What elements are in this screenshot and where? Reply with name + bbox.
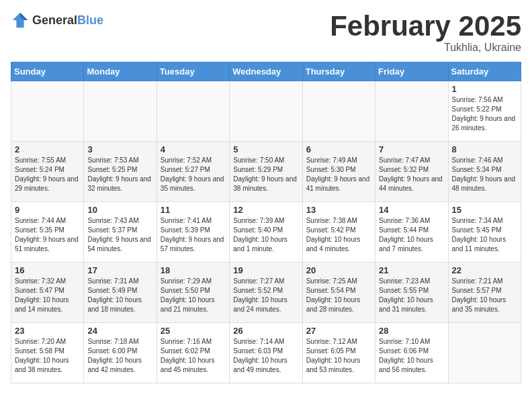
day-number: 12 [233, 205, 298, 215]
calendar-cell: 5 Sunrise: 7:50 AM Sunset: 5:29 PM Dayli… [230, 142, 302, 202]
day-number: 4 [161, 144, 226, 154]
day-number: 15 [452, 205, 517, 215]
calendar-cell [375, 81, 448, 142]
calendar-cell: 9 Sunrise: 7:44 AM Sunset: 5:35 PM Dayli… [11, 202, 84, 263]
day-number: 24 [87, 326, 152, 336]
day-number: 2 [15, 144, 80, 154]
calendar-cell: 2 Sunrise: 7:55 AM Sunset: 5:24 PM Dayli… [11, 142, 84, 202]
day-number: 6 [306, 144, 371, 154]
weekday-header-sunday: Sunday [11, 62, 84, 81]
calendar-cell: 1 Sunrise: 7:56 AM Sunset: 5:22 PM Dayli… [448, 81, 521, 142]
day-number: 18 [161, 265, 226, 275]
calendar-cell: 3 Sunrise: 7:53 AM Sunset: 5:25 PM Dayli… [84, 142, 157, 202]
location-subtitle: Tukhlia, Ukraine [330, 42, 521, 54]
weekday-header-monday: Monday [84, 62, 157, 81]
day-number: 3 [87, 144, 152, 154]
weekday-header-thursday: Thursday [302, 62, 375, 81]
day-number: 28 [379, 326, 444, 336]
calendar-header-row: SundayMondayTuesdayWednesdayThursdayFrid… [11, 62, 521, 81]
day-number: 8 [452, 144, 517, 154]
day-info: Sunrise: 7:20 AM Sunset: 5:58 PM Dayligh… [15, 337, 80, 375]
calendar-cell: 8 Sunrise: 7:46 AM Sunset: 5:34 PM Dayli… [448, 142, 521, 202]
day-info: Sunrise: 7:34 AM Sunset: 5:45 PM Dayligh… [452, 216, 517, 254]
day-info: Sunrise: 7:53 AM Sunset: 5:25 PM Dayligh… [87, 156, 152, 193]
calendar-cell [157, 81, 229, 142]
day-info: Sunrise: 7:16 AM Sunset: 6:02 PM Dayligh… [161, 337, 226, 375]
day-number: 22 [452, 265, 517, 275]
day-info: Sunrise: 7:25 AM Sunset: 5:54 PM Dayligh… [306, 277, 371, 314]
day-number: 10 [87, 205, 152, 215]
day-number: 9 [15, 205, 80, 215]
day-info: Sunrise: 7:50 AM Sunset: 5:29 PM Dayligh… [233, 156, 298, 193]
day-number: 14 [379, 205, 444, 215]
weekday-header-saturday: Saturday [448, 62, 521, 81]
title-block: February 2025 Tukhlia, Ukraine [330, 11, 521, 54]
calendar-cell: 14 Sunrise: 7:36 AM Sunset: 5:44 PM Dayl… [375, 202, 448, 263]
day-info: Sunrise: 7:12 AM Sunset: 6:05 PM Dayligh… [306, 337, 371, 375]
calendar-table: SundayMondayTuesdayWednesdayThursdayFrid… [11, 62, 521, 383]
calendar-cell: 27 Sunrise: 7:12 AM Sunset: 6:05 PM Dayl… [302, 323, 375, 383]
calendar-cell: 11 Sunrise: 7:41 AM Sunset: 5:39 PM Dayl… [157, 202, 229, 263]
day-info: Sunrise: 7:31 AM Sunset: 5:49 PM Dayligh… [87, 277, 152, 314]
calendar-cell: 24 Sunrise: 7:18 AM Sunset: 6:00 PM Dayl… [84, 323, 157, 383]
calendar-cell: 12 Sunrise: 7:39 AM Sunset: 5:40 PM Dayl… [230, 202, 302, 263]
day-info: Sunrise: 7:32 AM Sunset: 5:47 PM Dayligh… [15, 277, 80, 314]
calendar-cell: 19 Sunrise: 7:27 AM Sunset: 5:52 PM Dayl… [230, 263, 302, 323]
day-number: 26 [233, 326, 298, 336]
calendar-cell [302, 81, 375, 142]
day-info: Sunrise: 7:29 AM Sunset: 5:50 PM Dayligh… [161, 277, 226, 314]
day-info: Sunrise: 7:43 AM Sunset: 5:37 PM Dayligh… [87, 216, 152, 254]
logo: GeneralBlue [11, 11, 103, 30]
day-info: Sunrise: 7:10 AM Sunset: 6:06 PM Dayligh… [379, 337, 444, 375]
day-info: Sunrise: 7:46 AM Sunset: 5:34 PM Dayligh… [452, 156, 517, 193]
day-info: Sunrise: 7:55 AM Sunset: 5:24 PM Dayligh… [15, 156, 80, 193]
day-info: Sunrise: 7:27 AM Sunset: 5:52 PM Dayligh… [233, 277, 298, 314]
calendar-cell: 4 Sunrise: 7:52 AM Sunset: 5:27 PM Dayli… [157, 142, 229, 202]
calendar-cell: 17 Sunrise: 7:31 AM Sunset: 5:49 PM Dayl… [84, 263, 157, 323]
day-info: Sunrise: 7:47 AM Sunset: 5:32 PM Dayligh… [379, 156, 444, 193]
day-number: 23 [15, 326, 80, 336]
day-info: Sunrise: 7:23 AM Sunset: 5:55 PM Dayligh… [379, 277, 444, 314]
weekday-header-friday: Friday [375, 62, 448, 81]
logo-icon [11, 11, 30, 30]
calendar-week-row: 1 Sunrise: 7:56 AM Sunset: 5:22 PM Dayli… [11, 81, 521, 142]
calendar-cell: 21 Sunrise: 7:23 AM Sunset: 5:55 PM Dayl… [375, 263, 448, 323]
day-number: 21 [379, 265, 444, 275]
calendar-week-row: 9 Sunrise: 7:44 AM Sunset: 5:35 PM Dayli… [11, 202, 521, 263]
calendar-cell: 25 Sunrise: 7:16 AM Sunset: 6:02 PM Dayl… [157, 323, 229, 383]
calendar-cell: 26 Sunrise: 7:14 AM Sunset: 6:03 PM Dayl… [230, 323, 302, 383]
day-info: Sunrise: 7:41 AM Sunset: 5:39 PM Dayligh… [161, 216, 226, 254]
calendar-week-row: 16 Sunrise: 7:32 AM Sunset: 5:47 PM Dayl… [11, 263, 521, 323]
calendar-cell: 20 Sunrise: 7:25 AM Sunset: 5:54 PM Dayl… [302, 263, 375, 323]
calendar-cell: 22 Sunrise: 7:21 AM Sunset: 5:57 PM Dayl… [448, 263, 521, 323]
day-number: 19 [233, 265, 298, 275]
day-info: Sunrise: 7:49 AM Sunset: 5:30 PM Dayligh… [306, 156, 371, 193]
calendar-cell: 6 Sunrise: 7:49 AM Sunset: 5:30 PM Dayli… [302, 142, 375, 202]
day-info: Sunrise: 7:39 AM Sunset: 5:40 PM Dayligh… [233, 216, 298, 254]
calendar-cell: 28 Sunrise: 7:10 AM Sunset: 6:06 PM Dayl… [375, 323, 448, 383]
logo-text: GeneralBlue [32, 13, 103, 28]
day-info: Sunrise: 7:18 AM Sunset: 6:00 PM Dayligh… [87, 337, 152, 375]
calendar-week-row: 2 Sunrise: 7:55 AM Sunset: 5:24 PM Dayli… [11, 142, 521, 202]
weekday-header-wednesday: Wednesday [230, 62, 302, 81]
day-number: 13 [306, 205, 371, 215]
calendar-cell: 10 Sunrise: 7:43 AM Sunset: 5:37 PM Dayl… [84, 202, 157, 263]
calendar-cell: 23 Sunrise: 7:20 AM Sunset: 5:58 PM Dayl… [11, 323, 84, 383]
day-number: 27 [306, 326, 371, 336]
day-info: Sunrise: 7:21 AM Sunset: 5:57 PM Dayligh… [452, 277, 517, 314]
day-number: 25 [161, 326, 226, 336]
day-info: Sunrise: 7:52 AM Sunset: 5:27 PM Dayligh… [161, 156, 226, 193]
day-info: Sunrise: 7:56 AM Sunset: 5:22 PM Dayligh… [452, 95, 517, 133]
day-number: 1 [452, 84, 517, 94]
day-number: 17 [87, 265, 152, 275]
month-title: February 2025 [330, 11, 521, 42]
calendar-cell [448, 323, 521, 383]
day-number: 11 [161, 205, 226, 215]
calendar-cell [230, 81, 302, 142]
calendar-cell: 15 Sunrise: 7:34 AM Sunset: 5:45 PM Dayl… [448, 202, 521, 263]
calendar-cell: 16 Sunrise: 7:32 AM Sunset: 5:47 PM Dayl… [11, 263, 84, 323]
day-info: Sunrise: 7:36 AM Sunset: 5:44 PM Dayligh… [379, 216, 444, 254]
day-info: Sunrise: 7:38 AM Sunset: 5:42 PM Dayligh… [306, 216, 371, 254]
calendar-cell: 13 Sunrise: 7:38 AM Sunset: 5:42 PM Dayl… [302, 202, 375, 263]
calendar-cell: 7 Sunrise: 7:47 AM Sunset: 5:32 PM Dayli… [375, 142, 448, 202]
